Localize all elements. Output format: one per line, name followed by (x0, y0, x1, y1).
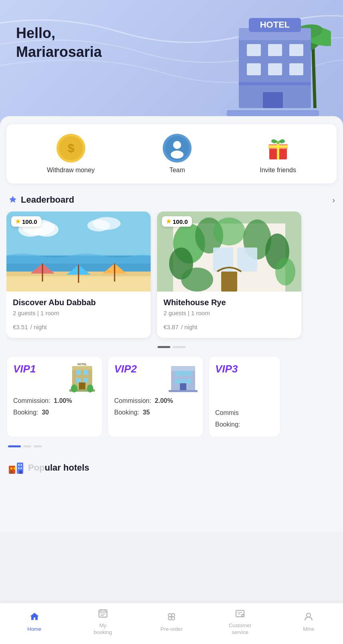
star-icon-2: ★ (166, 218, 171, 225)
popular-title: Popular hotels (28, 463, 89, 473)
nav-mine[interactable]: Mine (293, 612, 325, 633)
hotel-illustration: HOTEL (227, 4, 331, 120)
svg-rect-28 (268, 145, 288, 148)
vip-card-1[interactable]: VIP1 HOTEL (6, 356, 103, 437)
svg-rect-87 (18, 464, 20, 466)
withdraw-icon: $ (56, 134, 85, 163)
vip-dot-3 (34, 445, 42, 447)
main-content: $ Withdraw money Team (0, 116, 343, 532)
nav-booking[interactable]: My booking (87, 608, 119, 636)
withdraw-action[interactable]: $ Withdraw money (47, 134, 95, 174)
svg-rect-13 (289, 63, 303, 75)
svg-rect-12 (268, 63, 282, 75)
svg-point-23 (171, 151, 184, 159)
scroll-dot-2 (173, 346, 186, 348)
svg-rect-61 (76, 370, 81, 375)
svg-rect-62 (83, 370, 88, 375)
hotel-card-1-body: Discover Abu Dabbab 2 guests | 1 room €3… (6, 292, 151, 338)
svg-rect-83 (10, 467, 12, 469)
invite-action[interactable]: Invite friends (260, 134, 296, 174)
svg-text:$: $ (67, 141, 74, 155)
hotel-card-1[interactable]: ★ 100.0 Discover Abu Dabbab 2 guests | 1… (6, 211, 151, 338)
nav-mine-label: Mine (303, 626, 314, 633)
svg-rect-71 (171, 366, 195, 371)
vip-3-label: VIP3 (215, 363, 274, 375)
svg-point-55 (181, 268, 213, 292)
svg-rect-76 (181, 379, 186, 384)
svg-rect-63 (76, 378, 81, 383)
leaderboard-arrow[interactable]: › (332, 195, 335, 205)
svg-rect-75 (175, 379, 180, 384)
hotel-name-2: Whitehouse Rye (163, 298, 295, 307)
hotel-card-1-image: ★ 100.0 (6, 211, 151, 292)
nav-customer[interactable]: Customer service (224, 608, 256, 636)
hotel-card-2-image: ★ 100.0 (157, 211, 301, 292)
nav-booking-label: My booking (94, 622, 112, 636)
header: Hello, Mariarosaria HOTEL (0, 0, 343, 128)
nav-customer-label: Customer service (229, 622, 251, 636)
nav-preorder-label: Pre-order (161, 626, 183, 633)
svg-point-67 (71, 384, 77, 392)
hotel-card-2[interactable]: ★ 100.0 Whitehouse Rye 2 guests | 1 room… (157, 211, 301, 338)
svg-point-101 (172, 617, 175, 620)
preorder-icon (166, 612, 177, 624)
popular-icon (8, 459, 24, 477)
home-icon (29, 612, 40, 624)
svg-point-98 (168, 614, 172, 617)
leaderboard-scroll[interactable]: ★ 100.0 Discover Abu Dabbab 2 guests | 1… (6, 211, 337, 341)
hello-label: Hello, (16, 25, 55, 41)
vip-card-2[interactable]: VIP2 HOTEL (107, 356, 204, 437)
vip-1-booking: Booking: 30 (13, 407, 96, 419)
svg-rect-72 (175, 371, 180, 376)
svg-rect-60 (72, 366, 92, 370)
svg-text:HOTEL: HOTEL (178, 363, 188, 366)
svg-point-99 (172, 614, 175, 617)
team-action[interactable]: Team (163, 134, 192, 174)
svg-point-35 (87, 219, 110, 231)
hotel-meta-1: 2 guests | 1 room (13, 310, 144, 316)
leaderboard-icon (8, 195, 18, 205)
vip-2-booking: Booking: 35 (114, 407, 197, 419)
svg-rect-90 (20, 467, 22, 469)
nav-preorder[interactable]: Pre-order (155, 612, 188, 633)
vip-3-info: Commis Booking: (215, 407, 274, 431)
svg-rect-74 (186, 371, 191, 376)
scroll-dot-1 (157, 346, 170, 348)
vip-dot-1 (8, 445, 21, 447)
svg-rect-11 (247, 63, 261, 75)
vip-1-hotel-icon: HOTEL (66, 360, 98, 398)
scroll-indicator (6, 346, 337, 348)
nav-home[interactable]: Home (18, 612, 50, 633)
svg-rect-57 (237, 248, 257, 272)
svg-rect-73 (181, 371, 186, 376)
svg-rect-85 (10, 471, 12, 474)
popular-header: Popular hotels (6, 455, 337, 484)
vip-scroll[interactable]: VIP1 HOTEL (6, 356, 337, 441)
svg-point-29 (276, 141, 280, 144)
vip-scroll-indicator (6, 445, 337, 447)
svg-rect-89 (18, 467, 20, 469)
svg-rect-91 (19, 471, 22, 474)
vip-card-3[interactable]: VIP3 Commis Booking: (208, 356, 280, 437)
hotel-name-1: Discover Abu Dabbab (13, 298, 144, 307)
hotel-price-2: €3.87 / night (163, 321, 295, 332)
svg-rect-58 (221, 272, 237, 292)
svg-rect-92 (99, 610, 107, 617)
rating-badge-1: ★ 100.0 (11, 216, 41, 227)
svg-point-68 (87, 384, 93, 392)
svg-point-108 (307, 613, 311, 617)
invite-icon (264, 134, 293, 163)
username-label: Mariarosaria (16, 44, 102, 60)
vip-3-booking: Booking: (215, 419, 274, 431)
hotel-card-2-body: Whitehouse Rye 2 guests | 1 room €3.87 /… (157, 292, 301, 338)
customer-icon (235, 608, 245, 621)
rating-badge-2: ★ 100.0 (162, 216, 192, 227)
svg-rect-84 (14, 467, 16, 469)
svg-text:HOTEL: HOTEL (77, 363, 87, 366)
star-icon-1: ★ (15, 218, 20, 225)
svg-rect-64 (83, 378, 88, 383)
svg-rect-27 (277, 142, 279, 159)
svg-rect-14 (239, 82, 311, 85)
hotel-price-1: €3.51 / night (13, 321, 144, 332)
svg-point-51 (213, 217, 245, 246)
